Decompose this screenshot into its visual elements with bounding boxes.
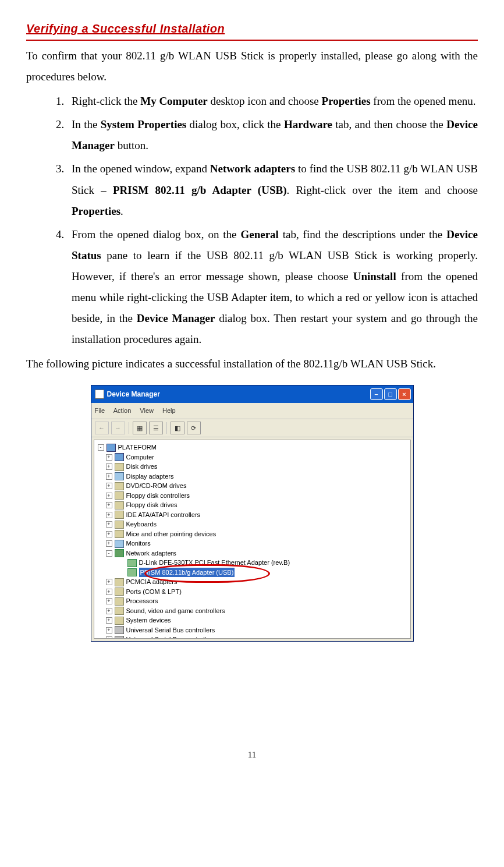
monitor-icon: [115, 540, 124, 548]
tree-item[interactable]: D-Link DFE-530TX PCI Fast Ethernet Adapt…: [119, 558, 409, 568]
device-icon: [115, 597, 124, 606]
tree-item[interactable]: +Universal Serial Bus controllers: [106, 635, 409, 639]
step-1: Right-click the My Computer desktop icon…: [67, 91, 478, 112]
collapse-icon[interactable]: -: [98, 444, 104, 451]
tree-label: Disk drives: [126, 462, 158, 472]
tree-item[interactable]: +Mice and other pointing devices: [106, 529, 409, 539]
tree-label: Universal Serial Bus controllers: [126, 635, 215, 639]
device-icon: [115, 607, 124, 615]
tree-item[interactable]: +Monitors: [106, 539, 409, 548]
tree-item[interactable]: +Keyboards: [106, 519, 409, 529]
titlebar: Device Manager – □ ×: [91, 385, 413, 403]
menubar: File Action View Help: [91, 403, 413, 419]
tree-label: Keyboards: [126, 519, 157, 529]
app-icon: [95, 390, 104, 399]
expand-icon[interactable]: +: [106, 531, 112, 537]
closing-paragraph: The following picture indicates a succes…: [26, 353, 478, 374]
device-manager-window: Device Manager – □ × File Action View He…: [91, 385, 414, 642]
tree-item[interactable]: +Computer: [106, 452, 409, 462]
tree-item[interactable]: +Floppy disk drives: [106, 500, 409, 510]
device-icon: [115, 588, 124, 596]
maximize-button[interactable]: □: [384, 388, 397, 400]
toolbar-button[interactable]: ▦: [133, 422, 147, 434]
expand-icon[interactable]: +: [106, 636, 112, 639]
tree-item[interactable]: +Sound, video and game controllers: [106, 606, 409, 616]
tree-item[interactable]: +Universal Serial Bus controllers: [106, 625, 409, 635]
tree-label: Monitors: [126, 539, 151, 548]
collapse-icon[interactable]: -: [106, 550, 112, 557]
expand-icon[interactable]: +: [106, 579, 112, 585]
tree-label: Sound, video and game controllers: [126, 606, 225, 616]
tree-label: PRISM 802.11b/g Adapter (USB): [139, 568, 235, 578]
expand-icon[interactable]: +: [106, 540, 112, 547]
tree-item[interactable]: +System devices: [106, 615, 409, 625]
back-button[interactable]: ←: [95, 422, 109, 434]
minimize-button[interactable]: –: [370, 388, 383, 400]
toolbar-button[interactable]: ☰: [149, 422, 163, 434]
step-4: From the opened dialog box, on the Gener…: [67, 224, 478, 351]
toolbar-button[interactable]: ◧: [171, 422, 184, 434]
tree-label: Floppy disk drives: [126, 500, 178, 510]
tree-root-node[interactable]: - PLATEFORM: [98, 443, 409, 452]
tree-item[interactable]: PRISM 802.11b/g Adapter (USB): [119, 568, 409, 578]
tree-label: Processors: [126, 596, 158, 606]
tree-item[interactable]: +DVD/CD-ROM drives: [106, 481, 409, 491]
expand-icon[interactable]: +: [106, 598, 112, 604]
expand-icon[interactable]: +: [106, 483, 112, 489]
tree-label: DVD/CD-ROM drives: [126, 481, 187, 491]
menu-file[interactable]: File: [95, 407, 105, 414]
device-tree[interactable]: - PLATEFORM +Computer+Disk drives+Displa…: [94, 440, 411, 639]
device-icon: [115, 511, 124, 519]
step-3: In the opened window, expand Network ada…: [67, 158, 478, 221]
expand-icon[interactable]: +: [106, 463, 112, 470]
device-icon: [115, 617, 124, 625]
tree-item[interactable]: +Floppy disk controllers: [106, 491, 409, 501]
tree-item[interactable]: +Disk drives: [106, 462, 409, 472]
computer-icon: [107, 444, 116, 452]
device-icon: [115, 491, 124, 500]
tree-item[interactable]: +IDE ATA/ATAPI controllers: [106, 510, 409, 520]
menu-action[interactable]: Action: [113, 407, 132, 414]
monitor-icon: [115, 472, 124, 480]
step-2: In the System Properties dialog box, cli…: [67, 114, 478, 156]
tree-item[interactable]: -Network adapters: [106, 548, 409, 558]
net-icon: [115, 549, 124, 557]
tree-item[interactable]: +PCMCIA adapters: [106, 577, 409, 587]
tree-label: PLATEFORM: [118, 443, 157, 452]
close-button[interactable]: ×: [398, 388, 411, 400]
tree-item[interactable]: +Ports (COM & LPT): [106, 587, 409, 597]
device-icon: [115, 482, 124, 490]
menu-view[interactable]: View: [140, 407, 154, 414]
device-icon: [115, 463, 124, 471]
usb-icon: [115, 636, 124, 639]
expand-icon[interactable]: +: [106, 502, 112, 508]
tree-item[interactable]: +Processors: [106, 596, 409, 606]
menu-help[interactable]: Help: [162, 407, 176, 414]
device-icon: [115, 530, 124, 538]
tree-label: Display adapters: [126, 472, 174, 482]
tree-label: Network adapters: [126, 548, 176, 558]
toolbar-button[interactable]: ⟳: [187, 422, 201, 434]
tree-label: System devices: [126, 615, 171, 625]
expand-icon[interactable]: +: [106, 521, 112, 528]
usb-icon: [115, 626, 124, 634]
intro-paragraph: To confirm that your 802.11 g/b WLAN USB…: [26, 45, 478, 87]
expand-icon[interactable]: +: [106, 627, 112, 634]
expand-icon[interactable]: +: [106, 493, 112, 499]
window-title: Device Manager: [107, 388, 370, 401]
expand-icon[interactable]: +: [106, 512, 112, 518]
expand-icon[interactable]: +: [106, 589, 112, 595]
expand-icon[interactable]: +: [106, 473, 112, 480]
toolbar: ← → ▦ ☰ ◧ ⟳: [91, 419, 413, 437]
tree-label: Universal Serial Bus controllers: [126, 625, 215, 635]
expand-icon[interactable]: +: [106, 608, 112, 614]
forward-button[interactable]: →: [111, 422, 125, 434]
tree-item[interactable]: +Display adapters: [106, 472, 409, 482]
expand-icon[interactable]: +: [106, 617, 112, 624]
tree-label: PCMCIA adapters: [126, 577, 178, 587]
tree-label: Floppy disk controllers: [126, 491, 190, 501]
expand-icon[interactable]: +: [106, 454, 112, 461]
device-manager-screenshot: Device Manager – □ × File Action View He…: [91, 385, 414, 642]
tree-label: IDE ATA/ATAPI controllers: [126, 510, 201, 520]
tree-label: D-Link DFE-530TX PCI Fast Ethernet Adapt…: [139, 558, 290, 568]
